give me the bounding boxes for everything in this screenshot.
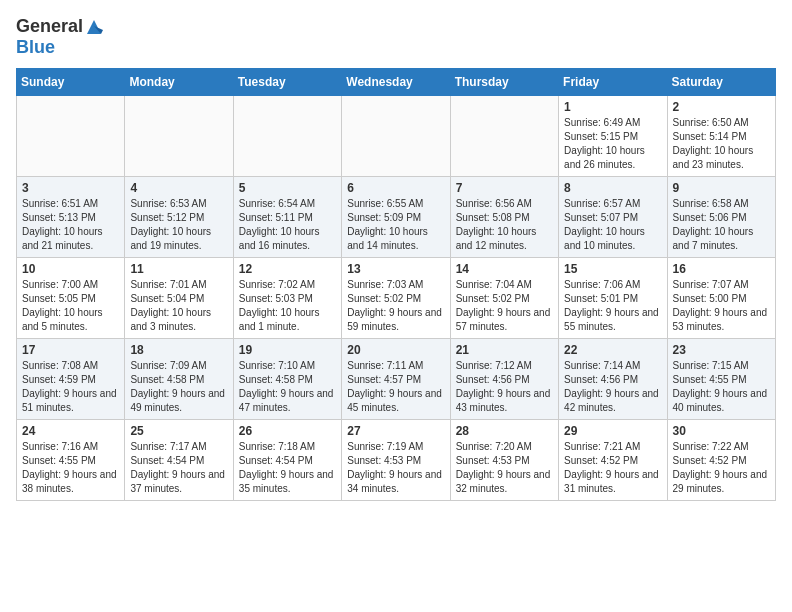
- day-info: Sunrise: 7:16 AM Sunset: 4:55 PM Dayligh…: [22, 440, 119, 496]
- logo: General Blue: [16, 16, 103, 58]
- calendar-day-21: 21Sunrise: 7:12 AM Sunset: 4:56 PM Dayli…: [450, 339, 558, 420]
- day-number: 15: [564, 262, 661, 276]
- calendar-day-27: 27Sunrise: 7:19 AM Sunset: 4:53 PM Dayli…: [342, 420, 450, 501]
- calendar-empty-cell: [125, 96, 233, 177]
- day-number: 14: [456, 262, 553, 276]
- weekday-header-monday: Monday: [125, 69, 233, 96]
- calendar-day-12: 12Sunrise: 7:02 AM Sunset: 5:03 PM Dayli…: [233, 258, 341, 339]
- day-info: Sunrise: 7:01 AM Sunset: 5:04 PM Dayligh…: [130, 278, 227, 334]
- calendar-day-10: 10Sunrise: 7:00 AM Sunset: 5:05 PM Dayli…: [17, 258, 125, 339]
- calendar-day-16: 16Sunrise: 7:07 AM Sunset: 5:00 PM Dayli…: [667, 258, 775, 339]
- day-number: 7: [456, 181, 553, 195]
- calendar-day-6: 6Sunrise: 6:55 AM Sunset: 5:09 PM Daylig…: [342, 177, 450, 258]
- calendar-day-26: 26Sunrise: 7:18 AM Sunset: 4:54 PM Dayli…: [233, 420, 341, 501]
- calendar-day-7: 7Sunrise: 6:56 AM Sunset: 5:08 PM Daylig…: [450, 177, 558, 258]
- calendar-day-22: 22Sunrise: 7:14 AM Sunset: 4:56 PM Dayli…: [559, 339, 667, 420]
- day-info: Sunrise: 7:19 AM Sunset: 4:53 PM Dayligh…: [347, 440, 444, 496]
- day-number: 11: [130, 262, 227, 276]
- logo-icon: [85, 18, 103, 36]
- day-number: 13: [347, 262, 444, 276]
- day-info: Sunrise: 6:53 AM Sunset: 5:12 PM Dayligh…: [130, 197, 227, 253]
- day-number: 1: [564, 100, 661, 114]
- weekday-header-thursday: Thursday: [450, 69, 558, 96]
- calendar-day-23: 23Sunrise: 7:15 AM Sunset: 4:55 PM Dayli…: [667, 339, 775, 420]
- day-info: Sunrise: 7:04 AM Sunset: 5:02 PM Dayligh…: [456, 278, 553, 334]
- day-info: Sunrise: 7:22 AM Sunset: 4:52 PM Dayligh…: [673, 440, 770, 496]
- day-number: 26: [239, 424, 336, 438]
- calendar-week-row: 3Sunrise: 6:51 AM Sunset: 5:13 PM Daylig…: [17, 177, 776, 258]
- day-info: Sunrise: 7:15 AM Sunset: 4:55 PM Dayligh…: [673, 359, 770, 415]
- calendar-day-25: 25Sunrise: 7:17 AM Sunset: 4:54 PM Dayli…: [125, 420, 233, 501]
- weekday-header-saturday: Saturday: [667, 69, 775, 96]
- weekday-header-tuesday: Tuesday: [233, 69, 341, 96]
- weekday-header-wednesday: Wednesday: [342, 69, 450, 96]
- calendar-day-5: 5Sunrise: 6:54 AM Sunset: 5:11 PM Daylig…: [233, 177, 341, 258]
- calendar-day-8: 8Sunrise: 6:57 AM Sunset: 5:07 PM Daylig…: [559, 177, 667, 258]
- day-number: 30: [673, 424, 770, 438]
- day-info: Sunrise: 7:09 AM Sunset: 4:58 PM Dayligh…: [130, 359, 227, 415]
- day-number: 27: [347, 424, 444, 438]
- day-number: 19: [239, 343, 336, 357]
- calendar-day-14: 14Sunrise: 7:04 AM Sunset: 5:02 PM Dayli…: [450, 258, 558, 339]
- day-info: Sunrise: 7:02 AM Sunset: 5:03 PM Dayligh…: [239, 278, 336, 334]
- svg-marker-0: [87, 20, 101, 34]
- day-info: Sunrise: 6:55 AM Sunset: 5:09 PM Dayligh…: [347, 197, 444, 253]
- calendar-empty-cell: [450, 96, 558, 177]
- weekday-header-friday: Friday: [559, 69, 667, 96]
- weekday-header-sunday: Sunday: [17, 69, 125, 96]
- day-info: Sunrise: 7:07 AM Sunset: 5:00 PM Dayligh…: [673, 278, 770, 334]
- calendar-day-18: 18Sunrise: 7:09 AM Sunset: 4:58 PM Dayli…: [125, 339, 233, 420]
- calendar-day-9: 9Sunrise: 6:58 AM Sunset: 5:06 PM Daylig…: [667, 177, 775, 258]
- day-number: 6: [347, 181, 444, 195]
- day-info: Sunrise: 6:58 AM Sunset: 5:06 PM Dayligh…: [673, 197, 770, 253]
- day-number: 16: [673, 262, 770, 276]
- day-number: 5: [239, 181, 336, 195]
- calendar-empty-cell: [233, 96, 341, 177]
- calendar-day-29: 29Sunrise: 7:21 AM Sunset: 4:52 PM Dayli…: [559, 420, 667, 501]
- day-number: 12: [239, 262, 336, 276]
- day-info: Sunrise: 7:06 AM Sunset: 5:01 PM Dayligh…: [564, 278, 661, 334]
- day-number: 20: [347, 343, 444, 357]
- day-number: 2: [673, 100, 770, 114]
- logo-general-text: General: [16, 16, 83, 37]
- calendar-week-row: 10Sunrise: 7:00 AM Sunset: 5:05 PM Dayli…: [17, 258, 776, 339]
- day-info: Sunrise: 7:12 AM Sunset: 4:56 PM Dayligh…: [456, 359, 553, 415]
- day-info: Sunrise: 6:51 AM Sunset: 5:13 PM Dayligh…: [22, 197, 119, 253]
- page-header: General Blue: [16, 16, 776, 58]
- calendar-day-1: 1Sunrise: 6:49 AM Sunset: 5:15 PM Daylig…: [559, 96, 667, 177]
- day-number: 22: [564, 343, 661, 357]
- day-info: Sunrise: 7:11 AM Sunset: 4:57 PM Dayligh…: [347, 359, 444, 415]
- day-number: 28: [456, 424, 553, 438]
- calendar-day-30: 30Sunrise: 7:22 AM Sunset: 4:52 PM Dayli…: [667, 420, 775, 501]
- day-number: 18: [130, 343, 227, 357]
- day-number: 23: [673, 343, 770, 357]
- day-info: Sunrise: 7:21 AM Sunset: 4:52 PM Dayligh…: [564, 440, 661, 496]
- calendar-day-28: 28Sunrise: 7:20 AM Sunset: 4:53 PM Dayli…: [450, 420, 558, 501]
- calendar-week-row: 1Sunrise: 6:49 AM Sunset: 5:15 PM Daylig…: [17, 96, 776, 177]
- day-info: Sunrise: 7:18 AM Sunset: 4:54 PM Dayligh…: [239, 440, 336, 496]
- day-number: 17: [22, 343, 119, 357]
- calendar-empty-cell: [342, 96, 450, 177]
- day-info: Sunrise: 7:17 AM Sunset: 4:54 PM Dayligh…: [130, 440, 227, 496]
- calendar-day-11: 11Sunrise: 7:01 AM Sunset: 5:04 PM Dayli…: [125, 258, 233, 339]
- day-number: 25: [130, 424, 227, 438]
- weekday-header-row: SundayMondayTuesdayWednesdayThursdayFrid…: [17, 69, 776, 96]
- day-info: Sunrise: 6:50 AM Sunset: 5:14 PM Dayligh…: [673, 116, 770, 172]
- day-info: Sunrise: 7:03 AM Sunset: 5:02 PM Dayligh…: [347, 278, 444, 334]
- calendar-empty-cell: [17, 96, 125, 177]
- day-number: 3: [22, 181, 119, 195]
- day-number: 29: [564, 424, 661, 438]
- calendar-table: SundayMondayTuesdayWednesdayThursdayFrid…: [16, 68, 776, 501]
- day-info: Sunrise: 6:54 AM Sunset: 5:11 PM Dayligh…: [239, 197, 336, 253]
- day-number: 8: [564, 181, 661, 195]
- day-info: Sunrise: 7:10 AM Sunset: 4:58 PM Dayligh…: [239, 359, 336, 415]
- day-number: 24: [22, 424, 119, 438]
- day-info: Sunrise: 6:49 AM Sunset: 5:15 PM Dayligh…: [564, 116, 661, 172]
- calendar-day-13: 13Sunrise: 7:03 AM Sunset: 5:02 PM Dayli…: [342, 258, 450, 339]
- day-info: Sunrise: 7:08 AM Sunset: 4:59 PM Dayligh…: [22, 359, 119, 415]
- calendar-day-24: 24Sunrise: 7:16 AM Sunset: 4:55 PM Dayli…: [17, 420, 125, 501]
- calendar-day-15: 15Sunrise: 7:06 AM Sunset: 5:01 PM Dayli…: [559, 258, 667, 339]
- day-info: Sunrise: 6:57 AM Sunset: 5:07 PM Dayligh…: [564, 197, 661, 253]
- day-number: 9: [673, 181, 770, 195]
- calendar-day-17: 17Sunrise: 7:08 AM Sunset: 4:59 PM Dayli…: [17, 339, 125, 420]
